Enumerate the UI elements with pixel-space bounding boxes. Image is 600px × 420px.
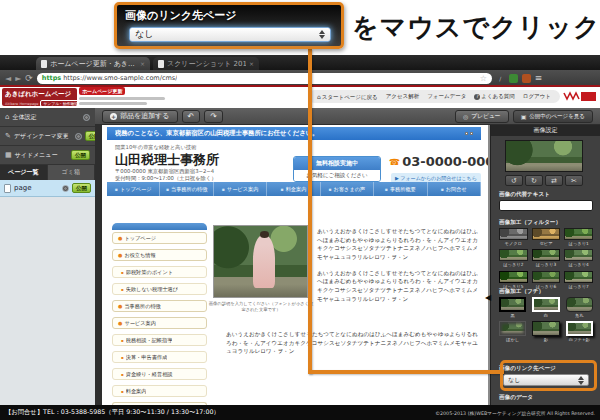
sidebar-item-label: サイドメニュー (15, 151, 58, 160)
placeholder-paragraph[interactable]: あいうえおかきくけこさしすせそたちつてとなにぬねのはひふへほまみむめもやゃゆゅよ… (317, 269, 478, 304)
site-menu-subitem[interactable]: ▪節税対策のポイント (112, 266, 207, 278)
connector-line-horizontal (308, 370, 504, 374)
site-notice-bar-selected[interactable]: 税務のことなら、東京都新宿区の山田税理士事務所にお任せください。 (107, 127, 481, 140)
alt-text-input[interactable] (499, 200, 593, 211)
nav-logout[interactable]: ログアウト (523, 93, 551, 100)
link-target-select[interactable]: なし (129, 27, 331, 42)
nav-access-analytics[interactable]: アクセス解析 (386, 93, 420, 100)
filter-option[interactable]: はっきり1 (564, 228, 593, 246)
rotate-right-button[interactable]: ↻ (525, 175, 543, 186)
site-nav-bar: ▪トップページ ▪当事務所の特徴 ▪サービス案内 ▪料金案内 ▪お客さまの声 ▪… (107, 182, 481, 196)
browser-menu-icon[interactable]: ≡ (535, 73, 543, 83)
gear-icon[interactable] (83, 114, 90, 121)
browser-tab-active[interactable]: ホームページ更新・あき... × (36, 57, 150, 70)
select-value: なし (135, 28, 153, 41)
phone-number: ☎ 03-0000-0000 (389, 154, 490, 169)
publish-badge[interactable]: 公開 (72, 183, 91, 193)
gear-icon[interactable] (62, 185, 69, 192)
site-menu-item[interactable]: ●当事務所の特徴 (112, 300, 207, 312)
preview-button[interactable]: ◎ プレビュー (455, 110, 509, 123)
view-live-page-button[interactable]: ▣ 公開中のページを見る (513, 110, 593, 123)
site-nav-item[interactable]: ▪事務所概要 (374, 182, 427, 196)
back-icon[interactable]: ◄ (5, 74, 11, 83)
content-text-column: あいうえおかきくけこさしすせそたちつてとなにぬねのはひふへほまみむめもやゃゆゅよ… (317, 227, 478, 310)
site-menu-subitem[interactable]: ▪失敗しない税理士選び (112, 283, 207, 295)
logo-title: あきばれホームページ (5, 90, 74, 99)
forward-icon[interactable]: ► (15, 74, 21, 83)
pencil-icon: ✎ (5, 132, 11, 140)
extension-icon[interactable] (522, 74, 531, 83)
placeholder-paragraph[interactable]: あいうえおかきくけこさしすせそたちつてとなにぬねのはひふへほまみむめもやゃゆゅよ… (317, 227, 478, 262)
sidebar-item-global-settings[interactable]: ⌂ 全体設定 (0, 108, 95, 127)
resize-handle[interactable] (465, 132, 468, 135)
filter-option[interactable]: はっきり4 (564, 249, 593, 267)
close-tab-icon[interactable]: × (249, 60, 254, 67)
flip-button[interactable]: ⇄ (545, 175, 563, 186)
site-menu-subitem[interactable]: ▪料金案内 (112, 385, 207, 397)
frame-option[interactable]: 白 (532, 297, 559, 318)
monitor-icon: ▣ (521, 113, 527, 120)
site-nav-item[interactable]: ▪当事務所の特徴 (160, 182, 213, 196)
site-nav-item[interactable]: ▪サービス案内 (214, 182, 267, 196)
site-menu-subitem[interactable]: ▪決算・申告書作成 (112, 351, 207, 363)
site-nav-item[interactable]: ▪お問合せ (428, 182, 481, 196)
undo-button[interactable]: ↶ (182, 110, 201, 123)
frame-option[interactable]: 影 (532, 321, 559, 342)
consult-banner-bottom: お気軽にご相談ください (294, 170, 380, 181)
image-data-label: 画像のデータ (499, 394, 533, 402)
url-input[interactable]: https https://www.smo-sample.com/cms/ ☆ (37, 73, 492, 84)
connector-line-vertical (308, 49, 312, 374)
frame-option[interactable]: ぼかし (499, 321, 526, 342)
frame-option[interactable]: 黒 (499, 297, 526, 318)
panel-collapse-icon[interactable]: ◀ (485, 293, 491, 302)
bookmark-star-icon[interactable]: ☆ (480, 74, 487, 83)
site-menu-item[interactable]: ●お役立ち情報 (112, 249, 207, 261)
tab-title: スクリーンショット 201... (167, 59, 246, 69)
filter-option[interactable]: はっきり2 (499, 249, 528, 267)
sidebar-item-design-theme[interactable]: ✎ デザインテーマ変更 公開 (0, 127, 95, 146)
rotate-left-button[interactable]: ↺ (505, 175, 523, 186)
nav-form-data[interactable]: フォームデータ (427, 93, 466, 100)
callout-label: 画像のリンク先ページ (117, 5, 341, 23)
crop-button[interactable]: ✂ (565, 175, 583, 186)
site-nav-item[interactable]: ▪料金案内 (267, 182, 320, 196)
close-tab-icon[interactable]: × (140, 60, 145, 67)
sidebar-item-side-menu[interactable]: ▦ サイドメニュー 公開 (0, 146, 95, 165)
app-logo[interactable]: あきばれホームページ Akibare Homepage サンプル・動作確認用 (2, 88, 77, 106)
resize-handle[interactable] (470, 132, 473, 135)
frame-option[interactable]: 角丸 (566, 297, 593, 318)
add-part-button[interactable]: + 部品を追加する (102, 110, 178, 123)
browser-address-bar: ◄ ► ⟳ https https://www.smo-sample.com/c… (0, 70, 600, 86)
site-menu-subitem[interactable]: ▪資金繰り・経営相談 (112, 368, 207, 380)
redo-button[interactable]: ↷ (204, 110, 223, 123)
nav-faq[interactable]: ?よくある質問 (474, 93, 515, 100)
placeholder-paragraph-full[interactable]: あいうえおかきくけこさしすせそたちつてとなにぬねのはひふへほまみむめもやゃゆゅよ… (226, 330, 478, 356)
page-list-item-selected[interactable]: page 公開 (0, 180, 95, 197)
tab-trash[interactable]: ゴミ箱 (48, 165, 96, 180)
browser-tab[interactable]: スクリーンショット 201... × (153, 57, 259, 70)
site-menu-subitem[interactable]: ▪税務相談・記帳指導 (112, 334, 207, 346)
gear-icon[interactable] (75, 133, 82, 140)
site-menu-item[interactable]: ●トップページ (112, 232, 207, 244)
site-title[interactable]: 山田税理士事務所 (115, 151, 219, 169)
filter-option[interactable]: はっきり3 (532, 249, 561, 267)
filter-option[interactable]: モノクロ (499, 228, 528, 246)
content-photo[interactable] (213, 225, 308, 298)
extension-icon[interactable]: / (496, 74, 505, 83)
nav-start-page[interactable]: ⌂スタートページに戻る (317, 93, 378, 101)
extension-icon[interactable] (509, 74, 518, 83)
site-menu-item[interactable]: ●サービス案内 (112, 317, 207, 329)
tab-page-list[interactable]: ページ一覧 (0, 165, 48, 180)
plus-icon: + (110, 113, 117, 120)
filter-option[interactable]: はっきり6 (532, 271, 561, 289)
reload-icon[interactable]: ⟳ (25, 73, 33, 83)
filter-option[interactable]: はっきり7 (564, 271, 593, 289)
filter-option[interactable]: セピア (532, 228, 561, 246)
blurred-text-line (79, 97, 165, 100)
frame-option[interactable]: 白フチ+影 (566, 321, 593, 342)
site-nav-item[interactable]: ▪トップページ (107, 182, 160, 196)
publish-badge[interactable]: 公開 (71, 150, 90, 160)
site-nav-item[interactable]: ▪お客さまの声 (321, 182, 374, 196)
frame-grid: 黒 白 角丸 ぼかし 影 白フチ+影 (499, 297, 593, 343)
filter-option[interactable]: はっきり5 (499, 271, 528, 289)
